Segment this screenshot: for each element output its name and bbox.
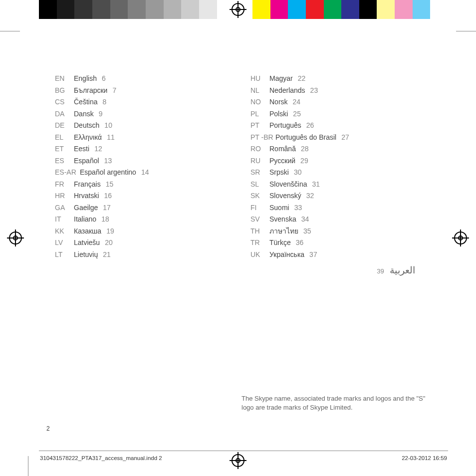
language-code: RO — [250, 143, 269, 155]
language-code: PT — [250, 120, 269, 132]
color-swatch — [181, 0, 199, 19]
language-row: DEDeutsch10 — [55, 120, 236, 132]
page-number: 2 — [46, 425, 50, 432]
language-code: NO — [250, 96, 269, 108]
language-page-ref: 20 — [105, 238, 113, 246]
language-name: Norsk — [269, 98, 288, 106]
color-swatch — [395, 0, 413, 19]
color-swatch — [164, 0, 182, 19]
language-row: DADansk9 — [55, 108, 236, 120]
trademark-notice: The Skype name, associated trade marks a… — [241, 394, 429, 412]
language-row: LVLatviešu20 — [55, 237, 236, 249]
language-code: TH — [250, 226, 269, 238]
language-row: ETEesti12 — [55, 143, 236, 155]
language-name: Svenska — [269, 215, 296, 223]
language-name: Português do Brasil — [275, 133, 336, 141]
language-code: ES-AR — [55, 167, 80, 179]
language-column-left: ENEnglish6BGБългарски7CSČeština8DADansk9… — [55, 73, 236, 276]
language-page-ref: 34 — [301, 215, 309, 223]
language-name: Nederlands — [269, 86, 305, 94]
language-page-ref: 39 — [377, 267, 384, 275]
language-name: Srpski — [269, 168, 289, 176]
language-name: Français — [74, 180, 101, 188]
language-page-ref: 22 — [298, 74, 306, 82]
language-row: CSČeština8 — [55, 96, 236, 108]
color-swatch — [39, 0, 57, 19]
language-name: Magyar — [269, 74, 293, 82]
color-swatch — [288, 0, 306, 19]
language-row: RORomână28 — [250, 143, 431, 155]
language-page-ref: 13 — [104, 157, 112, 165]
language-page-ref: 35 — [303, 227, 311, 235]
crop-mark — [456, 31, 476, 31]
crop-mark — [0, 31, 20, 31]
language-name: Deutsch — [74, 121, 99, 129]
language-page-ref: 27 — [341, 133, 349, 141]
color-swatch — [74, 0, 92, 19]
language-code: EN — [55, 73, 74, 85]
language-name: Казакша — [74, 227, 101, 235]
language-name: ภาษาไทย — [269, 227, 298, 235]
language-page-ref: 6 — [102, 74, 106, 82]
language-name: Eesti — [74, 145, 89, 153]
language-name: Türkçe — [269, 238, 291, 246]
language-code: BG — [55, 85, 74, 97]
color-swatch — [430, 0, 448, 19]
language-column-right: HUMagyar22NLNederlands23NONorsk24PLPolsk… — [250, 73, 431, 276]
language-page-ref: 37 — [309, 250, 317, 258]
language-row: ITItaliano18 — [55, 214, 236, 226]
language-code: FI — [250, 202, 269, 214]
language-row: SVSvenska34 — [250, 214, 431, 226]
language-row: HUMagyar22 — [250, 73, 431, 85]
language-code: SV — [250, 214, 269, 226]
language-name: Hrvatski — [74, 192, 99, 200]
language-page-ref: 36 — [296, 238, 304, 246]
language-name: Pyccкий — [269, 157, 295, 165]
language-code: PL — [250, 108, 269, 120]
language-code: ES — [55, 155, 74, 167]
language-name: Čeština — [74, 98, 97, 106]
language-row-arabic: 39 العربية — [250, 264, 431, 276]
language-row: ES-AREspañol argentino14 — [55, 167, 236, 179]
language-page-ref: 30 — [294, 168, 302, 176]
language-code: SR — [250, 167, 269, 179]
color-swatch — [146, 0, 164, 19]
language-name: Lietuvių — [74, 250, 98, 258]
language-code: EL — [55, 132, 74, 144]
language-name: Gaeilge — [74, 204, 98, 212]
language-page-ref: 11 — [107, 133, 115, 141]
language-name: Italiano — [74, 215, 96, 223]
registration-mark-icon — [454, 232, 467, 244]
language-code: TR — [250, 237, 269, 249]
language-code: UK — [250, 249, 269, 261]
language-code: CS — [55, 96, 74, 108]
language-code: KK — [55, 226, 74, 238]
language-page-ref: 29 — [300, 157, 308, 165]
color-swatch — [199, 0, 217, 19]
language-page-ref: 26 — [306, 121, 314, 129]
registration-mark-icon — [9, 232, 22, 244]
language-row: FRFrançais15 — [55, 179, 236, 191]
language-page-ref: 24 — [293, 98, 301, 106]
language-code: LT — [55, 249, 74, 261]
language-code: HU — [250, 73, 269, 85]
language-row: NONorsk24 — [250, 96, 431, 108]
language-name: Ελληνικά — [74, 133, 102, 141]
language-code: DE — [55, 120, 74, 132]
language-page-ref: 10 — [104, 121, 112, 129]
language-row: THภาษาไทย35 — [250, 226, 431, 238]
language-name: Polski — [269, 110, 288, 118]
color-swatch — [270, 0, 288, 19]
language-page-ref: 9 — [99, 110, 103, 118]
language-name: Română — [269, 145, 296, 153]
color-swatch — [92, 0, 110, 19]
language-page-ref: 12 — [94, 145, 102, 153]
language-code: NL — [250, 85, 269, 97]
slug-datetime: 22-03-2012 16:59 — [402, 455, 447, 461]
language-name: Slovenský — [269, 192, 301, 200]
language-row: ENEnglish6 — [55, 73, 236, 85]
language-name: العربية — [390, 265, 415, 275]
page-content: ENEnglish6BGБългарски7CSČeština8DADansk9… — [0, 19, 476, 276]
color-swatch — [359, 0, 377, 19]
language-page-ref: 8 — [102, 98, 106, 106]
